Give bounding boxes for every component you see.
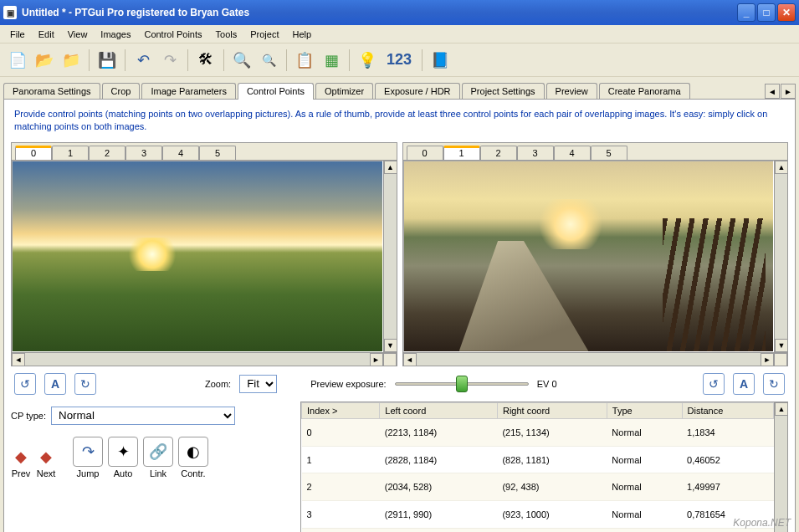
close-button[interactable]: ✕ bbox=[777, 3, 796, 22]
tools-icon[interactable]: 🛠 bbox=[193, 48, 218, 73]
link-button[interactable]: 🔗Link bbox=[143, 437, 173, 478]
right-rotate-cw-icon[interactable]: ↻ bbox=[763, 373, 785, 395]
right-image-canvas[interactable] bbox=[403, 161, 775, 352]
tab-image-parameters[interactable]: Image Parameters bbox=[141, 83, 235, 99]
ev-value: EV 0 bbox=[537, 379, 557, 389]
right-tab-4[interactable]: 4 bbox=[554, 146, 591, 160]
prev-button[interactable]: ◆Prev bbox=[11, 447, 31, 478]
watermark: Kopona.NET bbox=[733, 517, 791, 529]
auto-button[interactable]: ✦Auto bbox=[108, 437, 138, 478]
left-tab-1[interactable]: 1 bbox=[52, 146, 89, 160]
cp-type-select[interactable]: Normal bbox=[51, 407, 235, 425]
col-left-coord[interactable]: Left coord bbox=[380, 402, 498, 418]
menu-bar: File Edit View Images Control Points Too… bbox=[0, 25, 799, 43]
menu-tools[interactable]: Tools bbox=[209, 28, 244, 41]
tab-scroll-right[interactable]: ► bbox=[781, 84, 796, 99]
right-tab-3[interactable]: 3 bbox=[517, 146, 554, 160]
right-tab-2[interactable]: 2 bbox=[480, 146, 517, 160]
open-folder-icon[interactable]: 📂 bbox=[32, 48, 57, 73]
left-tab-5[interactable]: 5 bbox=[199, 146, 236, 160]
right-auto-a-button[interactable]: A bbox=[733, 373, 755, 395]
col-distance[interactable]: Distance bbox=[682, 402, 773, 418]
left-image-pane: 0 1 2 3 4 5 ▲▼ ◄► bbox=[11, 142, 397, 366]
tab-create-panorama[interactable]: Create Panorama bbox=[599, 83, 690, 99]
zoom-label: Zoom: bbox=[205, 379, 231, 389]
contrast-button[interactable]: ◐Contr. bbox=[178, 437, 208, 478]
next-button[interactable]: ◆Next bbox=[36, 447, 56, 478]
menu-project[interactable]: Project bbox=[243, 28, 285, 41]
copy-icon[interactable]: 📋 bbox=[292, 48, 317, 73]
col-type[interactable]: Type bbox=[607, 402, 682, 418]
cp-type-label: CP type: bbox=[11, 411, 46, 421]
table-row[interactable]: 2(2034, 528)(92, 438)Normal1,49997 bbox=[302, 473, 774, 501]
right-image-pane: 0 1 2 3 4 5 ▲▼ ◄► bbox=[402, 142, 789, 366]
right-vscroll[interactable]: ▲▼ bbox=[774, 161, 787, 352]
maximize-button[interactable]: □ bbox=[757, 3, 776, 22]
123-button[interactable]: 123 bbox=[382, 48, 417, 73]
left-rotate-ccw-icon[interactable]: ↺ bbox=[14, 373, 36, 395]
tab-optimizer[interactable]: Optimizer bbox=[315, 83, 373, 99]
table-row[interactable]: 4(2056, 1317)(39, 1260)Normal2,22321 bbox=[302, 529, 774, 532]
undo-icon[interactable]: ↶ bbox=[131, 48, 156, 73]
col-index[interactable]: Index > bbox=[302, 402, 380, 418]
redo-icon[interactable]: ↷ bbox=[157, 48, 182, 73]
new-document-icon[interactable]: 📄 bbox=[5, 48, 30, 73]
left-auto-a-button[interactable]: A bbox=[44, 373, 66, 395]
menu-help[interactable]: Help bbox=[285, 28, 318, 41]
tab-preview[interactable]: Preview bbox=[546, 83, 597, 99]
tab-panorama-settings[interactable]: Panorama Settings bbox=[3, 83, 100, 99]
main-tab-strip: Panorama Settings Crop Image Parameters … bbox=[0, 77, 799, 99]
window-title: Untitled * - PTGui Pro registered to Bry… bbox=[22, 7, 735, 18]
menu-images[interactable]: Images bbox=[94, 28, 137, 41]
menu-file[interactable]: File bbox=[3, 28, 32, 41]
col-right-coord[interactable]: Right coord bbox=[497, 402, 607, 418]
left-rotate-cw-icon[interactable]: ↻ bbox=[74, 373, 96, 395]
minimize-button[interactable]: _ bbox=[737, 3, 755, 22]
zoom-in-icon[interactable]: 🔍 bbox=[229, 48, 254, 73]
tab-scroll-left[interactable]: ◄ bbox=[765, 84, 780, 99]
zoom-out-icon[interactable]: 🔍 bbox=[256, 48, 281, 73]
add-folder-icon[interactable]: 📁 bbox=[59, 48, 84, 73]
menu-view[interactable]: View bbox=[61, 28, 95, 41]
menu-control-points[interactable]: Control Points bbox=[137, 28, 208, 41]
tab-crop[interactable]: Crop bbox=[102, 83, 141, 99]
right-tab-1[interactable]: 1 bbox=[443, 146, 480, 160]
right-tab-0[interactable]: 0 bbox=[407, 146, 443, 160]
app-icon: ▣ bbox=[3, 6, 17, 19]
menu-edit[interactable]: Edit bbox=[32, 28, 61, 41]
instructions-text: Provide control points (matching points … bbox=[8, 103, 791, 142]
bulb-icon[interactable]: 💡 bbox=[355, 48, 380, 73]
tab-control-points[interactable]: Control Points bbox=[238, 83, 314, 100]
left-vscroll[interactable]: ▲▼ bbox=[383, 161, 397, 352]
tab-project-settings[interactable]: Project Settings bbox=[462, 83, 545, 99]
table-row[interactable]: 0(2213, 1184)(215, 1134)Normal1,1834 bbox=[302, 418, 774, 446]
jump-button[interactable]: ↷Jump bbox=[73, 437, 103, 478]
left-tab-4[interactable]: 4 bbox=[162, 146, 199, 160]
table-row[interactable]: 1(2828, 1184)(828, 1181)Normal0,46052 bbox=[302, 446, 774, 473]
help-book-icon[interactable]: 📘 bbox=[428, 48, 453, 73]
control-points-table[interactable]: Index > Left coord Right coord Type Dist… bbox=[301, 402, 774, 532]
left-image-canvas[interactable] bbox=[12, 161, 383, 352]
right-hscroll[interactable]: ◄► bbox=[403, 352, 788, 366]
save-icon[interactable]: 💾 bbox=[95, 48, 120, 73]
left-tab-0[interactable]: 0 bbox=[15, 146, 52, 160]
zoom-select[interactable]: Fit bbox=[239, 375, 277, 393]
table-row[interactable]: 3(2911, 990)(923, 1000)Normal0,781654 bbox=[302, 501, 774, 529]
grid-icon[interactable]: ▦ bbox=[319, 48, 344, 73]
exposure-slider[interactable] bbox=[395, 376, 529, 392]
left-tab-2[interactable]: 2 bbox=[89, 146, 125, 160]
tab-exposure-hdr[interactable]: Exposure / HDR bbox=[375, 83, 459, 99]
table-vscroll[interactable]: ▲▼ bbox=[774, 402, 787, 532]
preview-exposure-label: Preview exposure: bbox=[310, 379, 387, 389]
toolbar: 📄 📂 📁 💾 ↶ ↷ 🛠 🔍 🔍 📋 ▦ 💡 123 📘 bbox=[0, 43, 799, 77]
right-tab-5[interactable]: 5 bbox=[591, 146, 627, 160]
left-hscroll[interactable]: ◄► bbox=[12, 352, 397, 366]
left-tab-3[interactable]: 3 bbox=[125, 146, 162, 160]
right-rotate-ccw-icon[interactable]: ↺ bbox=[703, 373, 725, 395]
